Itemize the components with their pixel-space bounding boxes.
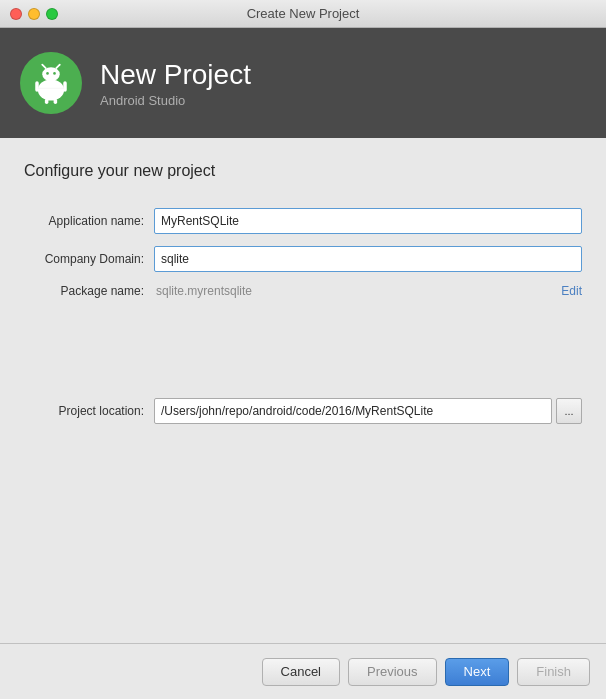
previous-button[interactable]: Previous (348, 658, 437, 686)
svg-line-5 (56, 65, 60, 69)
next-button[interactable]: Next (445, 658, 510, 686)
svg-point-3 (53, 72, 56, 75)
maximize-button[interactable] (46, 8, 58, 20)
company-domain-input[interactable] (154, 246, 582, 272)
svg-point-0 (38, 80, 64, 101)
section-title: Configure your new project (24, 162, 582, 180)
package-name-value: sqlite.myrentsqlite (154, 284, 553, 298)
header-title: New Project (100, 58, 251, 92)
project-location-label: Project location: (24, 404, 154, 418)
svg-point-1 (42, 67, 60, 81)
edit-link[interactable]: Edit (561, 284, 582, 298)
package-name-label: Package name: (24, 284, 154, 298)
svg-rect-7 (63, 81, 67, 92)
minimize-button[interactable] (28, 8, 40, 20)
footer: Cancel Previous Next Finish (0, 643, 606, 699)
cancel-button[interactable]: Cancel (262, 658, 340, 686)
project-location-input[interactable] (154, 398, 552, 424)
header-banner: New Project Android Studio (0, 28, 606, 138)
form-area: Application name: Company Domain: Packag… (24, 208, 582, 298)
browse-button[interactable]: ... (556, 398, 582, 424)
header-text: New Project Android Studio (100, 58, 251, 109)
package-name-row: Package name: sqlite.myrentsqlite Edit (24, 284, 582, 298)
close-button[interactable] (10, 8, 22, 20)
header-subtitle: Android Studio (100, 93, 251, 108)
app-name-input[interactable] (154, 208, 582, 234)
window-title: Create New Project (247, 6, 360, 21)
svg-point-2 (46, 72, 49, 75)
android-icon (30, 62, 72, 104)
android-logo (20, 52, 82, 114)
company-domain-row: Company Domain: (24, 246, 582, 272)
main-content: Configure your new project Application n… (0, 138, 606, 643)
app-name-label: Application name: (24, 214, 154, 228)
finish-button[interactable]: Finish (517, 658, 590, 686)
window-controls (10, 8, 58, 20)
svg-rect-9 (54, 99, 58, 104)
app-name-row: Application name: (24, 208, 582, 234)
svg-rect-6 (35, 81, 39, 92)
title-bar: Create New Project (0, 0, 606, 28)
project-location-row: Project location: ... (24, 398, 582, 424)
company-domain-label: Company Domain: (24, 252, 154, 266)
svg-line-4 (42, 65, 46, 69)
svg-rect-8 (45, 99, 49, 104)
